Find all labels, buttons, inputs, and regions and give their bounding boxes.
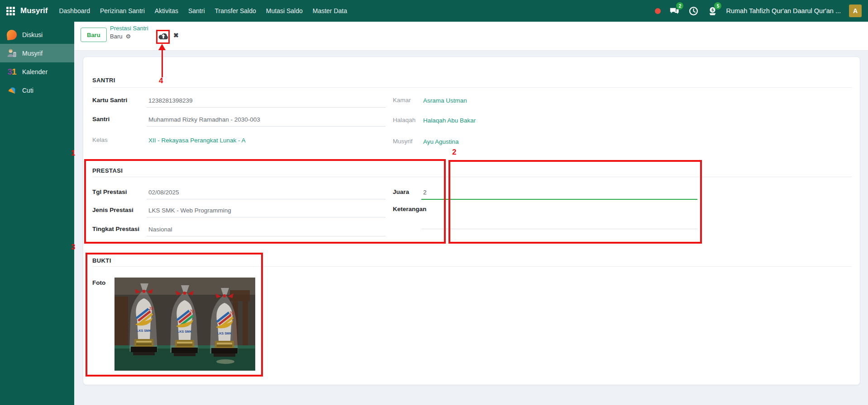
- annotation-number-1: 1: [71, 149, 75, 158]
- kartu-santri-input[interactable]: 1238281398239: [147, 96, 386, 108]
- app-window: Musyrif Dashboard Perizinan Santri Aktiv…: [0, 0, 868, 405]
- breadcrumb: Prestasi Santri Baru ⚙: [110, 25, 148, 40]
- content-area: SANTRI Kartu Santri 1238281398239 Santri…: [74, 51, 868, 405]
- field-santri: Santri Muhammad Rizky Ramadhan - 2030-00…: [92, 115, 386, 127]
- field-label: Kartu Santri: [92, 96, 147, 104]
- section-title-prestasi: PRESTASI: [92, 167, 123, 174]
- save-cloud-upload-icon[interactable]: [157, 32, 169, 42]
- section-divider: [92, 177, 852, 177]
- keterangan-textarea[interactable]: [421, 211, 697, 229]
- discard-close-icon[interactable]: ✖: [173, 32, 179, 39]
- sidebar-label: Cuti: [22, 87, 33, 94]
- navbar-right: 2 $ 5 Rumah Tahfizh Qur'an Daarul Qur'an…: [655, 5, 868, 17]
- field-musyrif: Musyrif Ayu Agustina: [393, 137, 697, 148]
- svg-text:$: $: [711, 7, 714, 12]
- jenis-prestasi-input[interactable]: LKS SMK - Web Programming: [147, 206, 386, 217]
- cuti-fan-icon: [6, 85, 18, 96]
- kelas-link[interactable]: XII - Rekayasa Perangkat Lunak - A: [147, 136, 386, 147]
- field-kartu-santri: Kartu Santri 1238281398239: [92, 96, 386, 108]
- control-panel: Baru Prestasi Santri Baru ⚙ ✖: [74, 22, 868, 51]
- sidebar-item-cuti[interactable]: Cuti: [0, 81, 74, 99]
- navbar-left: Musyrif Dashboard Perizinan Santri Aktiv…: [0, 0, 352, 22]
- juara-input[interactable]: 2: [421, 188, 697, 200]
- musyrif-link[interactable]: Ayu Agustina: [421, 137, 697, 148]
- recording-dot-icon: [655, 8, 661, 14]
- top-navbar: Musyrif Dashboard Perizinan Santri Aktiv…: [0, 0, 868, 22]
- section-divider: [92, 266, 852, 267]
- field-label: Tingkat Prestasi: [92, 225, 147, 232]
- field-keterangan: Keterangan: [393, 205, 421, 212]
- messages-badge: 2: [676, 2, 683, 9]
- action-gear-icon[interactable]: ⚙: [125, 33, 131, 40]
- app-brand[interactable]: Musyrif: [20, 6, 48, 15]
- field-label: Halaqah: [393, 116, 421, 123]
- user-avatar[interactable]: A: [849, 5, 862, 17]
- evidence-photo[interactable]: 28 LKS SMK: [114, 278, 255, 371]
- company-name[interactable]: Rumah Tahfizh Qur'an Daarul Qur'an ...: [726, 7, 841, 14]
- tgl-prestasi-input[interactable]: 02/08/2025: [147, 188, 386, 199]
- annotation-number-2: 2: [452, 148, 456, 157]
- breadcrumb-current: Baru: [110, 33, 122, 40]
- section-title-bukti: BUKTI: [92, 257, 111, 264]
- clock-icon: [689, 6, 698, 16]
- menu-aktivitas[interactable]: Aktivitas: [150, 0, 183, 22]
- annotation-arrow-head: [158, 44, 166, 50]
- wallet-badge: 5: [714, 2, 721, 9]
- halaqah-link[interactable]: Halaqah Abu Bakar: [421, 116, 697, 127]
- menu-transfer-saldo[interactable]: Transfer Saldo: [210, 0, 261, 22]
- sidebar-label: Kalender: [22, 68, 48, 75]
- field-juara: Juara 2: [393, 188, 697, 200]
- menu-perizinan-santri[interactable]: Perizinan Santri: [95, 0, 150, 22]
- menu-mutasi-saldo[interactable]: Mutasi Saldo: [261, 0, 308, 22]
- activity-clock-button[interactable]: [688, 5, 699, 16]
- field-label: Kamar: [393, 96, 421, 104]
- sidebar-item-diskusi[interactable]: Diskusi: [0, 25, 74, 44]
- apps-grid-icon[interactable]: [6, 7, 15, 15]
- field-label: Keterangan: [393, 205, 421, 212]
- breadcrumb-parent-link[interactable]: Prestasi Santri: [110, 25, 148, 32]
- annotation-number-4: 4: [159, 76, 163, 85]
- sidebar-item-kalender[interactable]: 31 Kalender: [0, 62, 74, 81]
- field-tgl-prestasi: Tgl Prestasi 02/08/2025: [92, 188, 386, 199]
- field-label: Tgl Prestasi: [92, 188, 147, 195]
- sidebar-label: Diskusi: [22, 31, 43, 38]
- field-label: Musyrif: [393, 137, 421, 145]
- field-kamar: Kamar Asrama Ustman: [393, 96, 697, 107]
- field-jenis-prestasi: Jenis Prestasi LKS SMK - Web Programming: [92, 206, 386, 217]
- field-label: Santri: [92, 115, 147, 122]
- santri-input[interactable]: Muhammad Rizky Ramadhan - 2030-003: [147, 115, 386, 127]
- field-label: Juara: [393, 188, 421, 195]
- field-halaqah: Halaqah Halaqah Abu Bakar: [393, 116, 697, 127]
- calendar-31-icon: 31: [6, 66, 18, 78]
- field-label: Kelas: [92, 136, 147, 143]
- field-tingkat-prestasi: Tingkat Prestasi Nasional: [92, 225, 386, 236]
- main-menu: Dashboard Perizinan Santri Aktivitas San…: [54, 0, 352, 22]
- menu-santri[interactable]: Santri: [183, 0, 210, 22]
- wallet-button[interactable]: $ 5: [707, 5, 718, 16]
- section-divider: [92, 87, 852, 88]
- form-sheet: SANTRI Kartu Santri 1238281398239 Santri…: [83, 57, 860, 385]
- annotation-number-3: 3: [71, 243, 75, 252]
- section-title-santri: SANTRI: [92, 77, 115, 84]
- kamar-link[interactable]: Asrama Ustman: [421, 96, 697, 107]
- musyrif-person-icon: [6, 47, 18, 59]
- menu-master-data[interactable]: Master Data: [308, 0, 352, 22]
- annotation-arrow-line: [162, 50, 163, 77]
- menu-dashboard[interactable]: Dashboard: [54, 0, 95, 22]
- field-label: Jenis Prestasi: [92, 206, 147, 213]
- sidebar-label: Musyrif: [22, 50, 43, 57]
- discuss-bubble-icon: [6, 29, 18, 41]
- sidebar-item-musyrif[interactable]: Musyrif: [0, 44, 74, 62]
- new-record-button[interactable]: Baru: [81, 28, 107, 42]
- field-kelas: Kelas XII - Rekayasa Perangkat Lunak - A: [92, 136, 386, 147]
- sidebar: Diskusi Musyrif 31 Kalender: [0, 22, 74, 405]
- messages-button[interactable]: 2: [669, 5, 680, 16]
- tingkat-prestasi-input[interactable]: Nasional: [147, 225, 386, 236]
